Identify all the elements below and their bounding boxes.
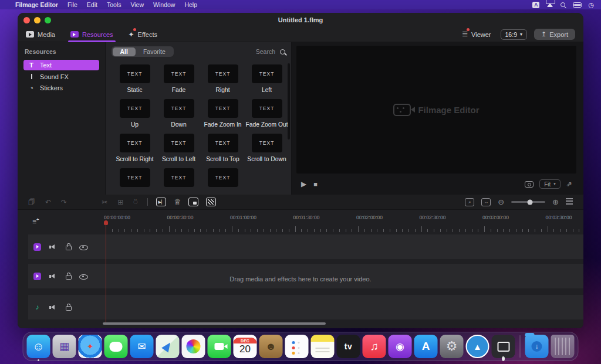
text-preset-thumbnail[interactable]: TEXT <box>208 134 238 152</box>
spotlight-search-icon[interactable] <box>561 2 565 7</box>
attach-clip-icon[interactable]: ⍥ <box>133 199 137 206</box>
crown-effect-icon[interactable]: ♕ <box>174 198 181 206</box>
zoom-slider-knob[interactable] <box>527 199 532 205</box>
music-icon[interactable]: ♪ <box>33 304 41 311</box>
snapshot-camera-icon[interactable] <box>525 181 534 188</box>
text-preset-item[interactable]: TEXTScroll to Top <box>201 134 245 168</box>
fullscreen-icon[interactable]: ⇗ <box>566 181 572 188</box>
aspect-ratio-select[interactable]: 16:9 ▾ <box>501 29 527 40</box>
menu-item-view[interactable]: View <box>130 1 144 8</box>
dock-podcasts-icon[interactable]: ◉ <box>389 335 412 358</box>
text-preset-thumbnail[interactable]: TEXT <box>164 168 194 187</box>
panel-scrollbar[interactable] <box>288 63 290 140</box>
speaker-icon[interactable] <box>49 243 56 251</box>
input-source-icon[interactable]: A <box>532 2 539 8</box>
speaker-icon[interactable] <box>49 304 56 311</box>
menu-item-window[interactable]: Window <box>153 1 175 8</box>
control-center-icon[interactable] <box>573 2 580 8</box>
text-preset-item[interactable]: TEXTScroll to Right <box>113 134 157 168</box>
dock-launchpad-icon[interactable]: ▦ <box>53 335 76 358</box>
export-button[interactable]: ↥ Export <box>534 29 575 40</box>
dock-appstore-icon[interactable]: A <box>414 335 438 358</box>
dock-contacts-icon[interactable]: ☻ <box>259 335 283 358</box>
video-icon[interactable] <box>33 243 41 251</box>
lock-icon[interactable] <box>64 304 72 311</box>
text-preset-thumbnail[interactable]: TEXT <box>120 64 150 83</box>
dock-calendar-icon[interactable]: DEC20 <box>234 335 257 358</box>
text-preset-item[interactable]: TEXTUp <box>113 99 157 134</box>
search-icon[interactable] <box>280 49 285 55</box>
dock-settings-icon[interactable]: ⚙ <box>440 335 464 358</box>
text-preset-item[interactable]: TEXTDown <box>157 99 201 134</box>
text-preset-item[interactable]: TEXTLeft <box>245 64 289 99</box>
app-menu-title[interactable]: Filmage Editor <box>15 1 58 8</box>
timeline-track-audio-3[interactable]: ♪ <box>28 295 583 319</box>
sidebar-item-stickers[interactable]: ◔Stickers <box>23 83 99 93</box>
undo-icon[interactable]: ↶ <box>45 199 51 206</box>
zoom-out-icon[interactable]: ⊖ <box>498 198 504 206</box>
text-preset-thumbnail[interactable]: TEXT <box>164 64 194 83</box>
eye-icon[interactable] <box>79 243 87 251</box>
cut-scissors-icon[interactable]: ✂ <box>102 199 107 206</box>
viewer-toggle[interactable]: ☰ Viewer <box>462 30 491 38</box>
airplay-icon[interactable] <box>547 3 553 7</box>
clock-icon[interactable]: ◷ <box>588 2 594 8</box>
text-preset-thumbnail[interactable]: TEXT <box>164 99 194 118</box>
dock-notes-icon[interactable] <box>311 335 335 358</box>
play-button[interactable]: ▶ <box>301 180 306 188</box>
add-track-icon[interactable]: ≡+ <box>32 217 39 226</box>
text-preset-item[interactable]: TEXTScroll to Left <box>157 134 201 168</box>
search-field[interactable]: Search <box>256 48 285 55</box>
dock-reminders-icon[interactable] <box>285 335 309 358</box>
fit-select[interactable]: Fit ▾ <box>539 179 561 189</box>
timeline-zoom-slider[interactable] <box>511 201 545 203</box>
timeline-ruler[interactable]: 00:00:00:0000:00:30:0000:01:00:0000:01:3… <box>103 213 583 232</box>
menu-item-file[interactable]: File <box>67 1 77 8</box>
text-preset-item[interactable]: TEXTFade Zoom Out <box>245 99 289 134</box>
text-preset-thumbnail[interactable]: TEXT <box>252 64 282 83</box>
text-preset-item[interactable]: TEXTScroll to Down <box>245 134 289 168</box>
text-preset-thumbnail[interactable]: TEXT <box>252 99 282 118</box>
tab-resources[interactable]: Resources <box>70 27 113 42</box>
timeline-track-video-1[interactable] <box>28 234 583 259</box>
text-preset-item[interactable]: TEXTFade <box>157 64 201 99</box>
dock-appletv-icon[interactable]: tv <box>337 335 360 358</box>
text-preset-item[interactable]: TEXT <box>157 168 201 195</box>
dock-music-icon[interactable]: ♫ <box>363 335 386 358</box>
text-preset-thumbnail[interactable]: TEXT <box>164 134 194 152</box>
text-preset-item[interactable]: TEXTStatic <box>113 64 157 99</box>
dock-safari-icon[interactable]: ✦ <box>79 335 102 358</box>
filter-all[interactable]: All <box>113 47 136 56</box>
menu-item-help[interactable]: Help <box>184 1 197 8</box>
pip-icon[interactable] <box>188 198 198 206</box>
text-preset-item[interactable]: TEXT <box>201 168 245 195</box>
text-preset-thumbnail[interactable]: TEXT <box>208 168 238 187</box>
lock-icon[interactable] <box>64 243 72 251</box>
text-preset-thumbnail[interactable]: TEXT <box>208 64 238 83</box>
tab-media[interactable]: Media <box>26 27 55 42</box>
zoom-to-fit-icon[interactable]: ⌕ <box>465 198 474 206</box>
filter-favorite[interactable]: Favorite <box>136 47 173 56</box>
dock-mail-icon[interactable]: ✉ <box>130 335 154 358</box>
dock-facetime-icon[interactable] <box>208 335 231 358</box>
sidebar-item-text[interactable]: TText <box>23 60 99 70</box>
stop-button[interactable]: ■ <box>313 181 318 188</box>
sidebar-item-sound-fx[interactable]: Sound FX <box>23 72 99 81</box>
transition-icon[interactable] <box>206 198 216 206</box>
text-preset-thumbnail[interactable]: TEXT <box>120 134 150 152</box>
delete-icon[interactable]: 🗍 <box>28 199 35 206</box>
dock-messages-icon[interactable] <box>104 335 128 358</box>
timeline-horizontal-scrollbar[interactable] <box>103 322 326 325</box>
dock-maps-icon[interactable] <box>156 335 180 358</box>
text-preset-item[interactable]: TEXTRight <box>201 64 245 99</box>
text-preset-thumbnail[interactable]: TEXT <box>208 99 238 118</box>
dock-photos-icon[interactable] <box>182 335 205 358</box>
text-preset-thumbnail[interactable]: TEXT <box>252 134 282 152</box>
menu-item-edit[interactable]: Edit <box>87 1 97 8</box>
redo-icon[interactable]: ↷ <box>61 199 67 206</box>
track-list-icon[interactable] <box>566 198 573 206</box>
dock-filmage-screen-icon[interactable]: ▲ <box>466 335 489 358</box>
zoom-in-icon[interactable]: ⊕ <box>552 198 559 206</box>
fit-width-icon[interactable]: ↔ <box>481 198 491 206</box>
text-preset-item[interactable]: TEXT <box>113 168 157 195</box>
